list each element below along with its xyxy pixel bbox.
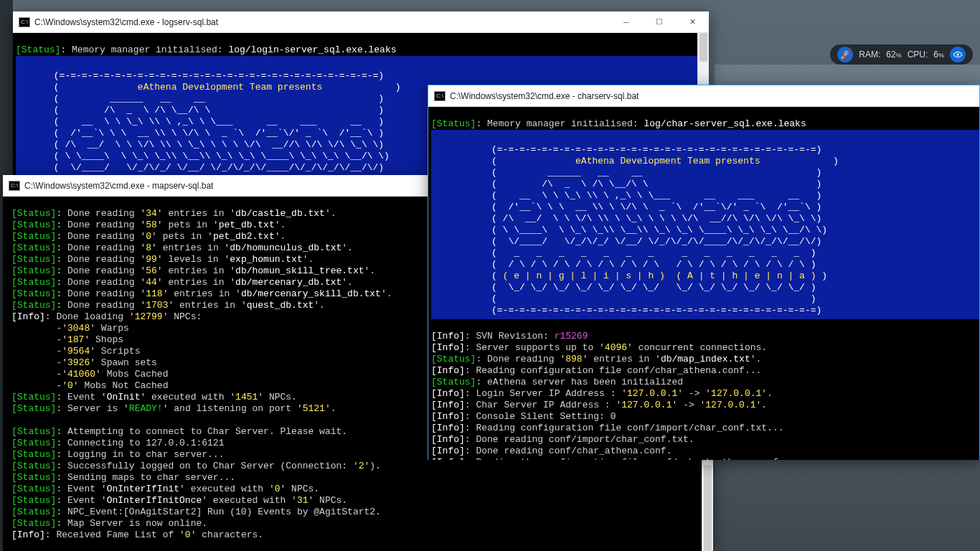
cmd-icon: C:\ xyxy=(9,181,20,191)
terminal-output[interactable]: [Status]: Memory manager initialised: lo… xyxy=(428,107,979,460)
ram-label: RAM: xyxy=(859,50,880,60)
maximize-button[interactable]: ☐ xyxy=(643,11,676,33)
eye-icon[interactable] xyxy=(950,47,966,62)
window-title: C:\Windows\system32\cmd.exe - charserv-s… xyxy=(450,91,639,101)
cmd-window-charserv[interactable]: C:\ C:\Windows\system32\cmd.exe - charse… xyxy=(428,85,980,460)
eathena-banner: (=-=-=-=-=-=-=-=-=-=-=-=-=-=-=-=-=-=-=-=… xyxy=(431,130,979,319)
cmd-icon: C:\ xyxy=(19,17,30,27)
close-button[interactable]: ✕ xyxy=(676,11,709,33)
login-mem-line: Memory manager initialised: xyxy=(72,44,228,55)
cpu-label: CPU: xyxy=(908,50,928,60)
cmd-icon: C:\ xyxy=(434,91,446,101)
scrollbar-thumb[interactable] xyxy=(704,465,712,551)
cpu-value: 6 xyxy=(933,50,938,60)
system-monitor-overlay: 🚀 RAM: 62% CPU: 6% xyxy=(830,44,973,65)
ram-value: 62 xyxy=(886,50,895,60)
title-bar[interactable]: C:\ C:\Windows\system32\cmd.exe - charse… xyxy=(428,85,979,107)
scrollbar-thumb[interactable] xyxy=(699,33,707,62)
title-bar[interactable]: C:\ C:\Windows\system32\cmd.exe - logser… xyxy=(13,11,709,33)
minimize-button[interactable]: ─ xyxy=(610,11,643,33)
svg-point-0 xyxy=(956,53,959,56)
window-title: C:\Windows\system32\cmd.exe - mapserv-sq… xyxy=(24,181,213,191)
rocket-icon: 🚀 xyxy=(837,47,853,62)
window-title: C:\Windows\system32\cmd.exe - logserv-sq… xyxy=(34,17,218,27)
